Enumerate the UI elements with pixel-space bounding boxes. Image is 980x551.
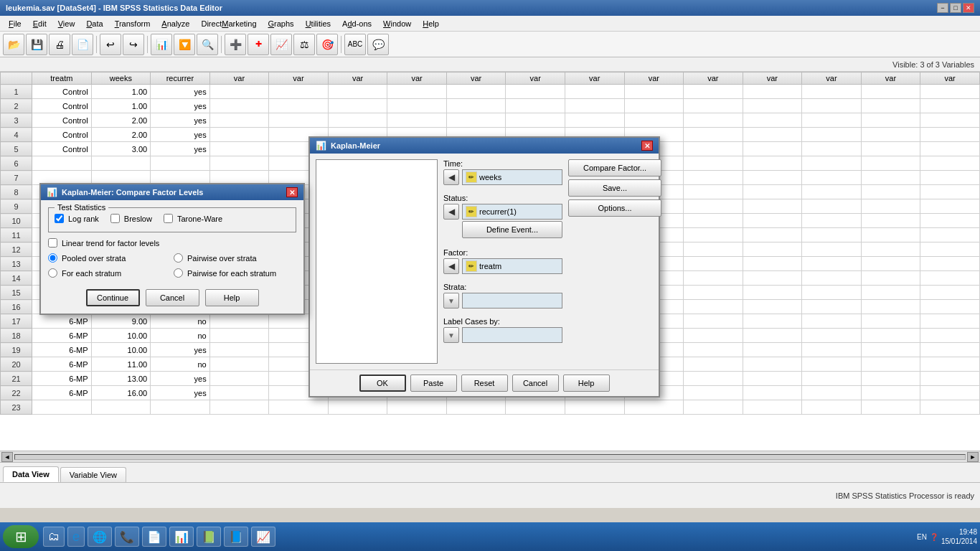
cell-var[interactable] bbox=[684, 185, 743, 199]
cell-var[interactable] bbox=[387, 85, 447, 99]
cell-treatm[interactable]: 6-MP bbox=[32, 372, 92, 386]
cell-var[interactable] bbox=[446, 400, 506, 415]
cell-var[interactable] bbox=[802, 271, 862, 286]
cell-var[interactable] bbox=[209, 156, 269, 171]
km-labelcases-arrow-button[interactable]: ▼ bbox=[443, 327, 459, 343]
cell-var[interactable] bbox=[209, 99, 269, 113]
cell-var[interactable] bbox=[506, 99, 565, 113]
cell-var[interactable] bbox=[861, 242, 920, 257]
cell-var[interactable] bbox=[920, 257, 980, 271]
cell-var[interactable] bbox=[684, 99, 743, 113]
find-button[interactable]: 🔍 bbox=[197, 34, 218, 55]
goto-case-button[interactable]: 🔽 bbox=[174, 34, 195, 55]
cell-var[interactable] bbox=[684, 372, 743, 386]
cell-var[interactable] bbox=[802, 314, 862, 329]
col-var14-header[interactable]: var bbox=[802, 72, 862, 85]
km-close-button[interactable]: ✕ bbox=[641, 141, 653, 151]
cell-var[interactable] bbox=[802, 128, 862, 142]
menu-data[interactable]: Data bbox=[80, 18, 108, 29]
tarone-ware-checkbox[interactable] bbox=[164, 214, 173, 223]
cell-weeks[interactable]: 2.00 bbox=[91, 113, 151, 128]
cell-var[interactable] bbox=[861, 142, 920, 156]
cell-var[interactable] bbox=[387, 400, 447, 415]
cell-var[interactable] bbox=[920, 85, 980, 99]
cell-var[interactable] bbox=[861, 214, 920, 228]
col-var15-header[interactable]: var bbox=[861, 72, 920, 85]
cell-var[interactable] bbox=[209, 142, 269, 156]
cell-var[interactable] bbox=[269, 99, 329, 113]
col-var4-header[interactable]: var bbox=[209, 72, 269, 85]
cell-var[interactable] bbox=[861, 400, 920, 415]
cell-var[interactable] bbox=[861, 128, 920, 142]
cell-var[interactable] bbox=[920, 185, 980, 199]
cell-var[interactable] bbox=[861, 156, 920, 171]
cell-var[interactable] bbox=[743, 199, 802, 214]
cell-weeks[interactable]: 11.00 bbox=[91, 357, 151, 372]
cell-var[interactable] bbox=[861, 185, 920, 199]
cell-var[interactable] bbox=[209, 386, 269, 400]
cell-var[interactable] bbox=[209, 85, 269, 99]
taskbar-spss[interactable]: 📈 bbox=[251, 527, 275, 547]
cell-weeks[interactable]: 10.00 bbox=[91, 343, 151, 357]
weight-cases-button[interactable]: ⚖ bbox=[293, 34, 315, 55]
col-var10-header[interactable]: var bbox=[565, 72, 624, 85]
cell-var[interactable] bbox=[743, 242, 802, 257]
cell-var[interactable] bbox=[684, 242, 743, 257]
cell-var[interactable] bbox=[802, 185, 862, 199]
col-var9-header[interactable]: var bbox=[506, 72, 565, 85]
compare-close-button[interactable]: ✕ bbox=[286, 187, 298, 197]
table-row[interactable]: 2Control1.00yes bbox=[1, 99, 980, 113]
start-button[interactable]: ⊞ bbox=[3, 525, 39, 548]
cell-var[interactable] bbox=[684, 386, 743, 400]
taskbar-explorer[interactable]: 🗂 bbox=[43, 527, 65, 547]
menu-addons[interactable]: Add-ons bbox=[336, 18, 377, 29]
cell-recurrer[interactable]: no bbox=[151, 314, 210, 329]
cell-var[interactable] bbox=[920, 400, 980, 415]
col-var8-header[interactable]: var bbox=[446, 72, 506, 85]
cell-var[interactable] bbox=[802, 357, 862, 372]
cell-var[interactable] bbox=[920, 113, 980, 128]
cell-var[interactable] bbox=[861, 228, 920, 242]
use-variable-sets-button[interactable]: 💬 bbox=[367, 34, 389, 55]
cell-recurrer[interactable]: yes bbox=[151, 343, 210, 357]
tab-data-view[interactable]: Data View bbox=[3, 466, 59, 482]
cell-var[interactable] bbox=[743, 85, 802, 99]
cell-var[interactable] bbox=[743, 286, 802, 300]
cell-var[interactable] bbox=[802, 171, 862, 185]
cell-treatm[interactable]: Control bbox=[32, 85, 92, 99]
cell-var[interactable] bbox=[684, 314, 743, 329]
cell-var[interactable] bbox=[209, 372, 269, 386]
km-options-button[interactable]: Options... bbox=[568, 199, 661, 217]
cell-var[interactable] bbox=[920, 171, 980, 185]
cell-var[interactable] bbox=[802, 214, 862, 228]
cell-recurrer[interactable]: yes bbox=[151, 386, 210, 400]
restore-button[interactable]: □ bbox=[950, 3, 961, 13]
km-save-button[interactable]: Save... bbox=[568, 179, 661, 197]
col-var11-header[interactable]: var bbox=[624, 72, 684, 85]
cell-treatm[interactable]: Control bbox=[32, 128, 92, 142]
cell-var[interactable] bbox=[743, 113, 802, 128]
cell-weeks[interactable]: 10.00 bbox=[91, 329, 151, 343]
cell-var[interactable] bbox=[565, 99, 624, 113]
cell-var[interactable] bbox=[743, 386, 802, 400]
cell-var[interactable] bbox=[565, 85, 624, 99]
compare-continue-button[interactable]: Continue bbox=[86, 289, 140, 306]
cell-var[interactable] bbox=[684, 300, 743, 314]
cell-var[interactable] bbox=[624, 400, 684, 415]
redo-button[interactable]: ↪ bbox=[123, 34, 144, 55]
col-weeks-header[interactable]: weeks bbox=[91, 72, 151, 85]
cell-var[interactable] bbox=[920, 156, 980, 171]
menu-direct-marketing[interactable]: DirectMarketing bbox=[195, 18, 262, 29]
cell-var[interactable] bbox=[328, 113, 387, 128]
cell-var[interactable] bbox=[861, 257, 920, 271]
cell-var[interactable] bbox=[802, 242, 862, 257]
pooled-over-strata-radio[interactable] bbox=[48, 253, 57, 263]
pairwise-over-strata-radio[interactable] bbox=[174, 253, 183, 263]
log-rank-checkbox[interactable] bbox=[55, 214, 64, 223]
cell-var[interactable] bbox=[861, 99, 920, 113]
cell-var[interactable] bbox=[624, 113, 684, 128]
km-labelcases-input[interactable] bbox=[462, 327, 562, 343]
cell-var[interactable] bbox=[624, 99, 684, 113]
taskbar-help-icon[interactable]: ❓ bbox=[930, 533, 938, 541]
cell-weeks[interactable]: 13.00 bbox=[91, 372, 151, 386]
